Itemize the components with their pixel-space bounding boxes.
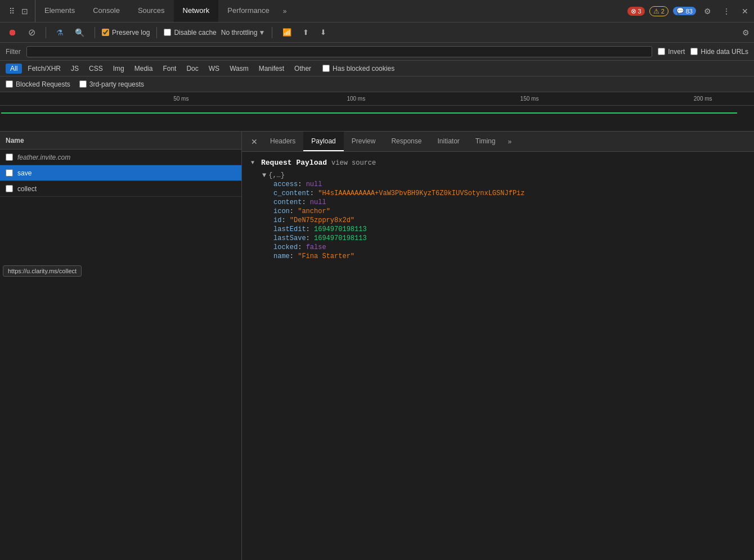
list-item-collect[interactable]: collect bbox=[0, 181, 241, 197]
tab-headers[interactable]: Headers bbox=[262, 132, 303, 151]
inspect-icon[interactable]: ⠿ bbox=[7, 6, 17, 17]
throttling-label: No throttling bbox=[221, 29, 258, 37]
tab-payload[interactable]: Payload bbox=[303, 132, 343, 151]
close-devtools-icon[interactable]: ✕ bbox=[738, 6, 752, 17]
expand-triangle-icon[interactable]: ▼ bbox=[262, 171, 266, 179]
field-value-last-edit: 1694970198113 bbox=[314, 225, 367, 233]
request-list: feather.invite.com save collect bbox=[0, 150, 241, 560]
tick-200ms: 200 ms bbox=[694, 96, 712, 102]
has-blocked-cookies-checkbox[interactable]: Has blocked cookies bbox=[322, 65, 394, 73]
close-detail-icon[interactable]: ✕ bbox=[246, 136, 262, 147]
payload-fields: access : null c_content : "H4sIAAAAAAAAA… bbox=[262, 180, 745, 260]
search-icon[interactable]: 🔍 bbox=[71, 26, 88, 39]
field-value-last-save: 1694970198113 bbox=[314, 234, 367, 242]
tick-100ms: 100 ms bbox=[347, 96, 365, 102]
section-expand-triangle[interactable]: ▼ bbox=[251, 160, 254, 166]
filter-icon[interactable]: ⚗ bbox=[53, 26, 67, 39]
tab-preview[interactable]: Preview bbox=[344, 132, 384, 151]
tab-more-button[interactable]: » bbox=[279, 7, 291, 15]
toolbar-separator-3 bbox=[156, 27, 157, 38]
request-name-save: save bbox=[17, 169, 32, 177]
download-icon[interactable]: ⬇ bbox=[317, 26, 330, 38]
payload-field-id: id : "DeN75zppry8x2d" bbox=[273, 216, 745, 224]
payload-field-content: content : null bbox=[273, 198, 745, 206]
upload-icon[interactable]: ⬆ bbox=[299, 26, 312, 38]
url-tooltip: https://u.clarity.ms/collect bbox=[3, 265, 82, 277]
clear-button[interactable]: ⊘ bbox=[25, 25, 39, 39]
field-key-last-save: lastSave bbox=[273, 234, 306, 242]
field-key-content: content bbox=[273, 198, 302, 206]
record-button[interactable]: ⏺ bbox=[5, 26, 20, 39]
payload-field-last-save: lastSave : 1694970198113 bbox=[273, 234, 745, 242]
tab-timing[interactable]: Timing bbox=[468, 132, 504, 151]
network-settings-icon[interactable]: ⚙ bbox=[742, 28, 749, 37]
disable-cache-checkbox[interactable]: Disable cache bbox=[164, 29, 216, 37]
type-btn-fetch-xhr[interactable]: Fetch/XHR bbox=[23, 64, 65, 74]
field-key-name: name bbox=[273, 252, 290, 260]
type-btn-media[interactable]: Media bbox=[130, 64, 158, 74]
type-btn-img[interactable]: Img bbox=[109, 64, 129, 74]
more-options-icon[interactable]: ⋮ bbox=[719, 6, 734, 17]
filter-input[interactable] bbox=[26, 46, 653, 57]
expand-indicator: {,…} bbox=[268, 171, 285, 179]
throttle-dropdown-arrow[interactable]: ▼ bbox=[258, 29, 265, 37]
warning-icon: ⚠ bbox=[653, 7, 659, 15]
field-key-last-edit: lastEdit bbox=[273, 225, 306, 233]
warning-badge[interactable]: ⚠ 2 bbox=[649, 6, 668, 16]
invert-checkbox[interactable]: Invert bbox=[658, 48, 685, 56]
view-source-link[interactable]: view source bbox=[331, 159, 376, 167]
type-btn-other[interactable]: Other bbox=[290, 64, 316, 74]
payload-section-header: ▼ Request Payload view source bbox=[251, 159, 745, 167]
tick-50ms: 50 ms bbox=[173, 96, 188, 102]
tab-console[interactable]: Console bbox=[84, 0, 129, 22]
info-badge[interactable]: 💬 83 bbox=[673, 7, 696, 15]
request-name-collect: collect bbox=[17, 185, 37, 193]
throttling-area: No throttling ▼ bbox=[221, 29, 266, 37]
type-btn-all[interactable]: All bbox=[6, 64, 22, 74]
type-btn-font[interactable]: Font bbox=[158, 64, 181, 74]
filter-bar: Filter Invert Hide data URLs bbox=[0, 43, 754, 61]
list-item-feather[interactable]: feather.invite.com bbox=[0, 150, 241, 165]
network-toolbar: ⏺ ⊘ ⚗ 🔍 Preserve log Disable cache No th… bbox=[0, 22, 754, 43]
payload-field-access: access : null bbox=[273, 180, 745, 188]
payload-expand-row[interactable]: ▼ {,…} bbox=[262, 171, 745, 179]
payload-field-icon: icon : "anchor" bbox=[273, 207, 745, 215]
preserve-log-checkbox[interactable]: Preserve log bbox=[102, 29, 150, 37]
list-item-save[interactable]: save bbox=[0, 165, 241, 181]
tab-sources[interactable]: Sources bbox=[129, 0, 174, 22]
tab-initiator[interactable]: Initiator bbox=[429, 132, 467, 151]
tab-bar-right: ⊗ 3 ⚠ 2 💬 83 ⚙ ⋮ ✕ bbox=[627, 6, 752, 17]
request-list-header: Name bbox=[0, 132, 241, 150]
device-icon[interactable]: ⊡ bbox=[19, 6, 30, 17]
hide-data-urls-checkbox[interactable]: Hide data URLs bbox=[690, 48, 748, 56]
tab-response[interactable]: Response bbox=[383, 132, 429, 151]
tab-elements[interactable]: Elements bbox=[35, 0, 84, 22]
type-btn-wasm[interactable]: Wasm bbox=[225, 64, 253, 74]
type-btn-ws[interactable]: WS bbox=[204, 64, 224, 74]
type-btn-css[interactable]: CSS bbox=[84, 64, 107, 74]
split-layout: Name https://u.clarity.ms/collect feathe… bbox=[0, 132, 754, 560]
tab-network[interactable]: Network bbox=[174, 0, 219, 22]
devtools-icons: ⠿ ⊡ bbox=[2, 0, 35, 22]
payload-field-c-content: c_content : "H4sIAAAAAAAAA+VaW3PbvBH9Kyz… bbox=[273, 189, 745, 197]
timeline-container: 50 ms 100 ms 150 ms 200 ms bbox=[0, 92, 754, 132]
field-value-content: null bbox=[310, 198, 326, 206]
tab-performance[interactable]: Performance bbox=[218, 0, 278, 22]
type-btn-js[interactable]: JS bbox=[66, 64, 83, 74]
detail-tab-more[interactable]: » bbox=[503, 138, 516, 146]
settings-gear-icon[interactable]: ⚙ bbox=[701, 6, 715, 17]
timeline-progress-line bbox=[1, 112, 737, 114]
type-btn-manifest[interactable]: Manifest bbox=[254, 64, 289, 74]
type-btn-doc[interactable]: Doc bbox=[182, 64, 203, 74]
right-panel: ✕ Headers Payload Preview Response Initi… bbox=[242, 132, 754, 560]
filter-label: Filter bbox=[6, 48, 21, 56]
wifi-icon[interactable]: 📶 bbox=[279, 26, 295, 38]
field-key-id: id bbox=[273, 216, 281, 224]
blocked-requests-checkbox[interactable]: Blocked Requests bbox=[6, 80, 70, 88]
request-name-feather: feather.invite.com bbox=[17, 153, 70, 161]
error-badge[interactable]: ⊗ 3 bbox=[627, 7, 645, 16]
field-key-c-content: c_content bbox=[273, 189, 310, 197]
request-payload-title: Request Payload bbox=[261, 159, 327, 167]
detail-tabs: ✕ Headers Payload Preview Response Initi… bbox=[242, 132, 754, 152]
third-party-checkbox[interactable]: 3rd-party requests bbox=[79, 80, 144, 88]
